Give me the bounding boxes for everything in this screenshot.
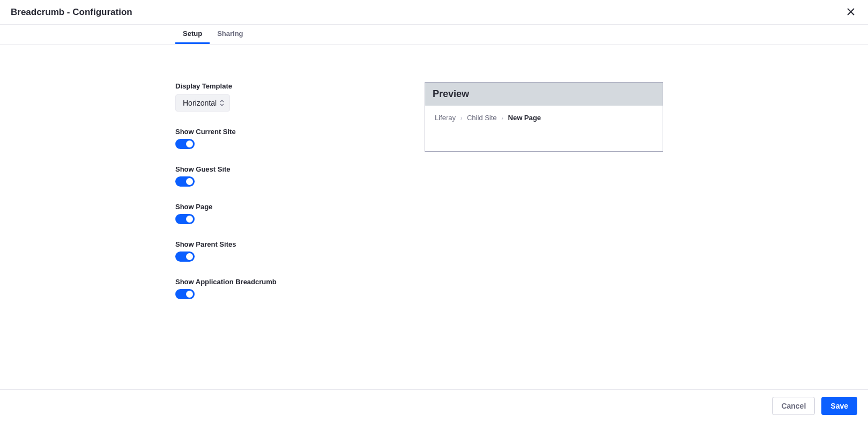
show-guest-site-toggle[interactable] — [175, 176, 195, 187]
preview-box: Preview Liferay › Child Site › New Page — [425, 82, 663, 152]
show-current-site-toggle[interactable] — [175, 139, 195, 149]
cancel-button[interactable]: Cancel — [772, 397, 815, 415]
modal-header: Breadcrumb - Configuration — [0, 0, 868, 25]
modal-footer: Cancel Save — [0, 389, 868, 415]
show-page-toggle[interactable] — [175, 214, 195, 224]
show-current-site-label: Show Current Site — [175, 128, 390, 136]
breadcrumb-item[interactable]: Liferay — [435, 114, 456, 122]
settings-panel: Display Template Horizontal Show Current… — [175, 82, 390, 315]
show-page-label: Show Page — [175, 203, 390, 211]
display-template-select[interactable]: Horizontal — [175, 94, 230, 112]
tab-sharing[interactable]: Sharing — [210, 25, 250, 44]
close-button[interactable] — [844, 4, 857, 20]
preview-panel: Preview Liferay › Child Site › New Page — [425, 82, 663, 315]
tab-bar: Setup Sharing — [0, 25, 868, 45]
preview-title: Preview — [425, 83, 663, 106]
save-button[interactable]: Save — [821, 397, 857, 415]
show-page-field: Show Page — [175, 203, 390, 224]
breadcrumb-current: New Page — [508, 114, 541, 122]
chevron-right-icon: › — [501, 115, 503, 121]
select-caret-icon — [220, 100, 224, 106]
show-application-breadcrumb-label: Show Application Breadcrumb — [175, 278, 390, 286]
show-guest-site-field: Show Guest Site — [175, 165, 390, 187]
show-guest-site-label: Show Guest Site — [175, 165, 390, 173]
tab-setup[interactable]: Setup — [175, 25, 210, 44]
display-template-label: Display Template — [175, 82, 390, 90]
show-parent-sites-field: Show Parent Sites — [175, 240, 390, 262]
preview-body: Liferay › Child Site › New Page — [425, 106, 663, 151]
content-area: Display Template Horizontal Show Current… — [0, 45, 868, 315]
show-parent-sites-label: Show Parent Sites — [175, 240, 390, 248]
modal-title: Breadcrumb - Configuration — [11, 7, 132, 18]
close-icon — [847, 8, 855, 16]
show-application-breadcrumb-field: Show Application Breadcrumb — [175, 278, 390, 299]
display-template-field: Display Template Horizontal — [175, 82, 390, 112]
breadcrumb-item[interactable]: Child Site — [467, 114, 497, 122]
show-application-breadcrumb-toggle[interactable] — [175, 289, 195, 299]
show-parent-sites-toggle[interactable] — [175, 252, 195, 262]
show-current-site-field: Show Current Site — [175, 128, 390, 149]
chevron-right-icon: › — [461, 115, 463, 121]
display-template-value: Horizontal — [183, 99, 217, 107]
